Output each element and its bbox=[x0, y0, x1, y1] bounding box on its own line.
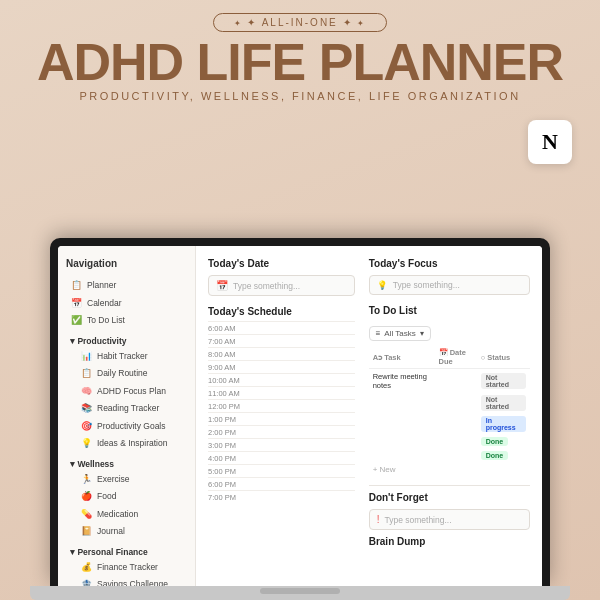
dont-forget-title: Don't Forget bbox=[369, 492, 530, 503]
adhd-icon: 🧠 bbox=[80, 385, 92, 399]
todo-filter[interactable]: ≡ All Tasks ▾ bbox=[369, 326, 431, 341]
sidebar-item-food[interactable]: 🍎 Food bbox=[66, 488, 187, 506]
date-cell bbox=[435, 413, 477, 434]
date-label: Today's Date bbox=[208, 258, 355, 269]
table-row[interactable]: Not started bbox=[369, 392, 530, 413]
savings-icon: 🏦 bbox=[80, 578, 92, 586]
alert-icon: ! bbox=[377, 514, 380, 525]
laptop: Navigation 📋 Planner 📅 Calendar ✅ To Do … bbox=[30, 238, 570, 600]
sidebar-item-adhd-focus[interactable]: 🧠 ADHD Focus Plan bbox=[66, 383, 187, 401]
calendar-icon: 📅 bbox=[70, 297, 82, 311]
time-slot[interactable]: 7:00 AM bbox=[208, 334, 355, 347]
sidebar-item-planner[interactable]: 📋 Planner bbox=[66, 277, 187, 295]
date-placeholder: Type something... bbox=[233, 281, 300, 291]
time-slot[interactable]: 5:00 PM bbox=[208, 464, 355, 477]
finance-icon: 💰 bbox=[80, 561, 92, 575]
focus-input[interactable]: 💡 Type something... bbox=[369, 275, 530, 295]
status-badge: Done bbox=[481, 437, 509, 446]
sidebar-item-calendar[interactable]: 📅 Calendar bbox=[66, 295, 187, 313]
date-cell bbox=[435, 369, 477, 393]
exercise-icon: 🏃 bbox=[80, 473, 92, 487]
table-row[interactable]: In progress bbox=[369, 413, 530, 434]
filter-chevron: ▾ bbox=[420, 329, 424, 338]
sidebar-item-ideas[interactable]: 💡 Ideas & Inspiration bbox=[66, 435, 187, 453]
time-slot[interactable]: 11:00 AM bbox=[208, 386, 355, 399]
sidebar-section-productivity: ▾ Productivity bbox=[66, 334, 187, 348]
sidebar-item-reading[interactable]: 📚 Reading Tracker bbox=[66, 400, 187, 418]
routine-icon: 📋 bbox=[80, 367, 92, 381]
journal-icon: 📔 bbox=[80, 525, 92, 539]
sidebar-section-finance: ▾ Personal Finance bbox=[66, 545, 187, 559]
status-badge: In progress bbox=[481, 416, 526, 432]
filter-label: All Tasks bbox=[384, 329, 415, 338]
sidebar-item-prod-goals[interactable]: 🎯 Productivity Goals bbox=[66, 418, 187, 436]
sidebar-section-wellness: ▾ Wellness bbox=[66, 457, 187, 471]
time-slot[interactable]: 6:00 AM bbox=[208, 321, 355, 334]
time-slot[interactable]: 10:00 AM bbox=[208, 373, 355, 386]
focus-label: Today's Focus bbox=[369, 258, 530, 269]
date-field-icon: 📅 bbox=[216, 280, 228, 291]
todo-title: To Do List bbox=[369, 305, 530, 316]
divider bbox=[369, 485, 530, 486]
time-slots-container: 6:00 AM 7:00 AM 8:00 AM 9:00 AM 10:00 AM… bbox=[208, 321, 355, 503]
todo-table: Aↄ Task 📅 Date Due ○ Status Rewrite meet… bbox=[369, 346, 530, 462]
col-task: Aↄ Task bbox=[369, 346, 435, 369]
task-cell bbox=[369, 392, 435, 413]
sidebar-item-finance-tracker[interactable]: 💰 Finance Tracker bbox=[66, 559, 187, 577]
status-badge: Not started bbox=[481, 373, 526, 389]
brain-dump-title: Brain Dump bbox=[369, 536, 530, 547]
sidebar-item-exercise[interactable]: 🏃 Exercise bbox=[66, 471, 187, 489]
sidebar-title: Navigation bbox=[66, 258, 187, 269]
date-input[interactable]: 📅 Type something... bbox=[208, 275, 355, 296]
sidebar-item-daily-routine[interactable]: 📋 Daily Routine bbox=[66, 365, 187, 383]
focus-icon: 💡 bbox=[377, 280, 388, 290]
filter-table-icon: ≡ bbox=[376, 329, 381, 338]
subtitle: PRODUCTIVITY, WELLNESS, FINANCE, LIFE OR… bbox=[0, 90, 600, 102]
time-slot[interactable]: 9:00 AM bbox=[208, 360, 355, 373]
todo-section: To Do List ≡ All Tasks ▾ Aↄ Task 📅 Date … bbox=[369, 305, 530, 477]
sidebar-item-todo[interactable]: ✅ To Do List bbox=[66, 312, 187, 330]
sidebar-item-journal[interactable]: 📔 Journal bbox=[66, 523, 187, 541]
date-cell bbox=[435, 434, 477, 448]
task-cell bbox=[369, 413, 435, 434]
dont-forget-section: Don't Forget ! Type something... bbox=[369, 492, 530, 530]
task-cell bbox=[369, 434, 435, 448]
status-cell: Not started bbox=[477, 392, 530, 413]
sidebar-item-habit-tracker[interactable]: 📊 Habit Tracker bbox=[66, 348, 187, 366]
dont-forget-placeholder: Type something... bbox=[384, 515, 451, 525]
status-cell: Done bbox=[477, 434, 530, 448]
habit-icon: 📊 bbox=[80, 350, 92, 364]
time-slot[interactable]: 6:00 PM bbox=[208, 477, 355, 490]
new-row-button[interactable]: + New bbox=[369, 462, 530, 477]
header: ✦ ALL-IN-ONE ✦ ADHD LIFE PLANNER PRODUCT… bbox=[0, 0, 600, 102]
schedule-title: Today's Schedule bbox=[208, 306, 355, 317]
col-left: Today's Date 📅 Type something... Today's… bbox=[208, 258, 355, 574]
laptop-screen-wrapper: Navigation 📋 Planner 📅 Calendar ✅ To Do … bbox=[50, 238, 550, 586]
goals-icon: 🎯 bbox=[80, 420, 92, 434]
dont-forget-input[interactable]: ! Type something... bbox=[369, 509, 530, 530]
time-slot[interactable]: 12:00 PM bbox=[208, 399, 355, 412]
status-cell: Done bbox=[477, 448, 530, 462]
col-date: 📅 Date Due bbox=[435, 346, 477, 369]
sidebar-item-savings[interactable]: 🏦 Savings Challenge bbox=[66, 576, 187, 586]
sidebar: Navigation 📋 Planner 📅 Calendar ✅ To Do … bbox=[58, 246, 196, 586]
main-content: Today's Date 📅 Type something... Today's… bbox=[196, 246, 542, 586]
table-row[interactable]: Rewrite meeting notes Not started bbox=[369, 369, 530, 393]
sidebar-item-medication[interactable]: 💊 Medication bbox=[66, 506, 187, 524]
table-row[interactable]: Done bbox=[369, 434, 530, 448]
time-slot[interactable]: 7:00 PM bbox=[208, 490, 355, 503]
time-slot[interactable]: 2:00 PM bbox=[208, 425, 355, 438]
badge: ✦ ALL-IN-ONE ✦ bbox=[213, 13, 386, 32]
col-status: ○ Status bbox=[477, 346, 530, 369]
date-cell bbox=[435, 392, 477, 413]
planner-icon: 📋 bbox=[70, 279, 82, 293]
time-slot[interactable]: 4:00 PM bbox=[208, 451, 355, 464]
notion-logo: N bbox=[528, 120, 572, 164]
table-row[interactable]: Done bbox=[369, 448, 530, 462]
time-slot[interactable]: 3:00 PM bbox=[208, 438, 355, 451]
time-slot[interactable]: 8:00 AM bbox=[208, 347, 355, 360]
status-badge: Done bbox=[481, 451, 509, 460]
medication-icon: 💊 bbox=[80, 508, 92, 522]
time-slot[interactable]: 1:00 PM bbox=[208, 412, 355, 425]
reading-icon: 📚 bbox=[80, 402, 92, 416]
